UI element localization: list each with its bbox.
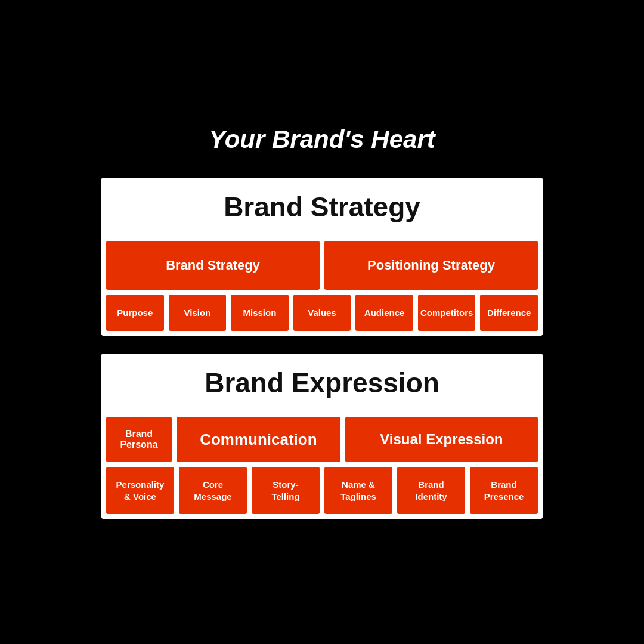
brand-expression-diagram: Brand Expression BrandPersona Communicat… <box>101 354 543 519</box>
brand-presence-card: BrandPresence <box>470 467 538 514</box>
page-title: Your Brand's Heart <box>209 125 435 154</box>
mission-card: Mission <box>231 295 289 331</box>
visual-expression-card: Visual Expression <box>345 417 538 462</box>
purpose-card: Purpose <box>106 295 164 331</box>
strategy-top-row: Brand Strategy Positioning Strategy <box>101 236 543 295</box>
brand-persona-card: BrandPersona <box>106 417 172 462</box>
section-gap <box>101 336 543 354</box>
competitors-card: Competitors <box>418 295 476 331</box>
brand-strategy-diagram: Brand Strategy Brand Strategy Positionin… <box>101 178 543 336</box>
brand-expression-header: Brand Expression <box>101 354 543 412</box>
story-telling-card: Story-Telling <box>252 467 320 514</box>
main-container: Your Brand's Heart Brand Strategy Brand … <box>101 125 543 519</box>
communication-card: Communication <box>177 417 340 462</box>
brand-strategy-title: Brand Strategy <box>224 191 420 222</box>
vision-card: Vision <box>169 295 227 331</box>
name-taglines-card: Name &Taglines <box>324 467 392 514</box>
personality-voice-card: Personality& Voice <box>106 467 174 514</box>
audience-card: Audience <box>355 295 413 331</box>
expression-top-row: BrandPersona Communication Visual Expres… <box>101 412 543 467</box>
brand-strategy-header: Brand Strategy <box>101 178 543 236</box>
expression-bottom-row: Personality& Voice CoreMessage Story-Tel… <box>101 467 543 519</box>
brand-strategy-card: Brand Strategy <box>106 241 320 290</box>
positioning-strategy-card: Positioning Strategy <box>324 241 538 290</box>
core-message-card: CoreMessage <box>179 467 247 514</box>
values-card: Values <box>293 295 351 331</box>
difference-card: Difference <box>480 295 538 331</box>
strategy-items-row: Purpose Vision Mission Values Audience C… <box>101 295 543 336</box>
brand-expression-title: Brand Expression <box>205 367 439 398</box>
brand-identity-card: BrandIdentity <box>397 467 465 514</box>
